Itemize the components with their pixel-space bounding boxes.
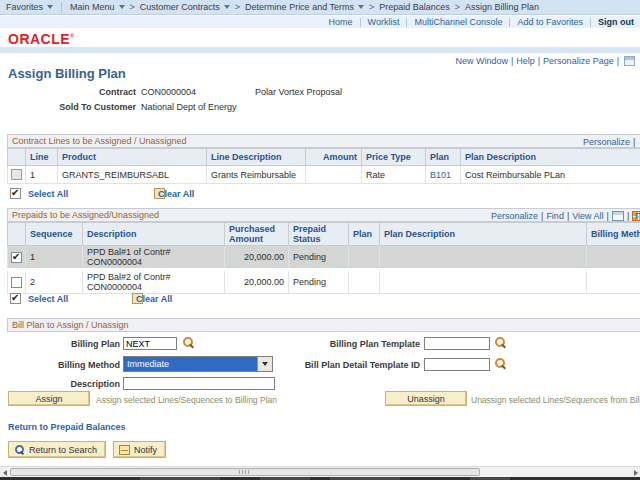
description-input[interactable] <box>123 377 275 390</box>
page-title: Assign Billing Plan <box>8 66 126 81</box>
unassign-caption: Unassign selected Lines/Sequences from B… <box>471 395 640 405</box>
contract-label: Contract <box>0 87 136 97</box>
contract-value: CON0000004 <box>141 87 196 97</box>
return-to-search-icon <box>14 444 25 455</box>
first-link[interactable]: First <box>635 210 640 222</box>
cell-plan-description <box>380 246 587 270</box>
billing-plan-template-label: Billing Plan Template <box>237 339 420 349</box>
cell-price-type: Rate <box>362 166 426 184</box>
cell-billing-method <box>587 270 640 294</box>
return-to-prepaid-balances-link[interactable]: Return to Prepaid Balances <box>8 422 126 432</box>
contract-field-row: Contract CON0000004 Polar Vortex Proposa… <box>0 87 640 99</box>
page-links: New Window | Help | Personalize Page | <box>455 56 635 66</box>
bill-plan-section: Bill Plan to Assign / Unassign Billing P… <box>7 318 640 410</box>
home-link[interactable]: Home <box>329 17 353 27</box>
horizontal-scrollbar[interactable] <box>0 466 640 477</box>
divider <box>406 18 407 27</box>
cell-amount <box>306 166 362 184</box>
download-grid-icon[interactable] <box>612 211 624 221</box>
col-plan-description: Plan Description <box>380 223 587 246</box>
select-column-header <box>8 149 26 166</box>
breadcrumb-prepaid-balances[interactable]: Prepaid Balances <box>379 2 450 12</box>
col-sequence: Sequence <box>26 223 83 246</box>
view-all-link[interactable]: View All <box>572 210 603 222</box>
cell-description: PPD Bal#1 of Contr# CON0000004 <box>83 246 225 270</box>
row-checkbox[interactable] <box>11 277 22 288</box>
breadcrumb-bar: Favorites Main Menu > Customer Contracts… <box>0 0 640 15</box>
breadcrumb-customer-contracts[interactable]: Customer Contracts <box>140 2 230 12</box>
bill-plan-detail-lookup-icon[interactable] <box>495 358 506 369</box>
cell-sequence: 1 <box>26 246 83 270</box>
sold-to-customer-label: Sold To Customer <box>0 102 136 112</box>
pipe: | <box>627 210 629 222</box>
billing-plan-lookup-icon[interactable] <box>183 337 194 348</box>
pipe: | <box>633 136 635 148</box>
pipe: | <box>567 210 569 222</box>
breadcrumb-main-menu[interactable]: Main Menu <box>70 2 125 12</box>
contract-lines-grid: Line Product Line Description Amount Pri… <box>7 148 640 184</box>
billing-plan-template-input[interactable] <box>424 337 490 350</box>
plan-link[interactable]: B101 <box>430 170 451 180</box>
worklist-link[interactable]: Worklist <box>368 17 400 27</box>
billing-plan-template-lookup-icon[interactable] <box>495 337 506 348</box>
find-link[interactable]: Find <box>546 210 564 222</box>
col-line-description: Line Description <box>207 149 306 166</box>
description-label: Description <box>7 379 120 389</box>
sold-to-customer-value: National Dept of Energy <box>141 102 237 112</box>
new-window-link[interactable]: New Window <box>455 56 508 66</box>
select-all-checkbox[interactable] <box>10 188 21 199</box>
billing-plan-input[interactable] <box>123 337 177 350</box>
select-column-header <box>8 223 26 246</box>
layout-grid-icon[interactable] <box>624 56 635 66</box>
help-link[interactable]: Help <box>516 56 535 66</box>
return-to-search-button[interactable]: Return to Search <box>8 441 106 458</box>
billing-plan-label: Billing Plan <box>7 339 120 349</box>
scroll-right-arrow[interactable] <box>631 468 640 477</box>
row-checkbox[interactable] <box>11 252 22 263</box>
personalize-link[interactable]: Personalize <box>583 136 630 148</box>
col-billing-method: Billing Method <box>587 223 640 246</box>
contract-lines-grid-nav: Personalize | <box>583 136 638 148</box>
cell-product: GRANTS_REIMBURSABL <box>58 166 207 184</box>
personalize-link[interactable]: Personalize <box>491 210 538 222</box>
select-all-link[interactable]: Select All <box>28 294 68 304</box>
sign-out-link[interactable]: Sign out <box>598 17 634 27</box>
contract-lines-section-header: Contract Lines to be Assigned / Unassign… <box>7 134 640 148</box>
breadcrumb-assign-billing-plan[interactable]: Assign Billing Plan <box>465 2 539 12</box>
assign-caption: Assign selected Lines/Sequences to Billi… <box>96 395 277 405</box>
pipe: | <box>538 56 540 66</box>
prepaids-section-header: Prepaids to be Assigned/Unassigned Perso… <box>7 208 640 222</box>
personalize-page-link[interactable]: Personalize Page <box>543 56 614 66</box>
breadcrumb-determine-price-terms[interactable]: Determine Price and Terms <box>245 2 364 12</box>
cell-sequence: 2 <box>26 270 83 294</box>
divider <box>590 18 591 27</box>
assign-button[interactable]: Assign <box>8 391 90 406</box>
chevron-down-icon <box>47 5 53 9</box>
header-links-bar: Home Worklist MultiChannel Console Add t… <box>0 16 640 28</box>
breadcrumb-separator: > <box>369 2 374 12</box>
prepaids-grid-nav: Personalize | Find | View All | | <box>491 210 640 222</box>
pipe: | <box>541 210 543 222</box>
unassign-button[interactable]: Unassign <box>385 391 467 406</box>
chevron-down-icon <box>224 5 230 9</box>
row-checkbox[interactable] <box>11 169 22 180</box>
bill-plan-detail-template-input[interactable] <box>424 358 490 371</box>
breadcrumb-separator: > <box>455 2 460 12</box>
favorites-menu[interactable]: Favorites <box>6 2 53 12</box>
add-to-favorites-link[interactable]: Add to Favorites <box>517 17 583 27</box>
bill-plan-detail-template-label: Bill Plan Detail Template ID <box>237 360 420 370</box>
clear-all-link[interactable]: Clear All <box>136 294 172 304</box>
cell-purchased-amount: 20,000.00 <box>225 246 289 270</box>
cell-description: PPD Bal#2 of Contr# CON0000004 <box>83 270 225 294</box>
prepaids-title: Prepaids to be Assigned/Unassigned <box>12 210 159 220</box>
select-all-checkbox[interactable] <box>10 293 21 304</box>
notify-button[interactable]: Notify <box>113 441 166 458</box>
chevron-down-icon <box>358 5 364 9</box>
clear-all-link[interactable]: Clear All <box>158 189 194 199</box>
scroll-left-arrow[interactable] <box>0 468 9 477</box>
prepaids-select-controls: Select All Clear All <box>0 293 640 306</box>
scrollbar-thumb[interactable] <box>10 468 480 476</box>
col-plan: Plan <box>349 223 380 246</box>
multichannel-console-link[interactable]: MultiChannel Console <box>414 17 502 27</box>
select-all-link[interactable]: Select All <box>28 189 68 199</box>
